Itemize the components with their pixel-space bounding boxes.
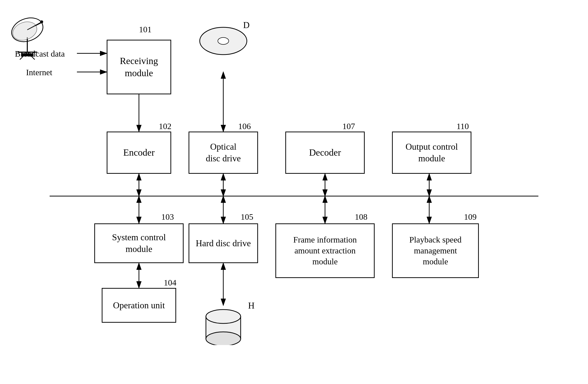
ref-105: 105 bbox=[241, 212, 253, 222]
diagram-arrows bbox=[0, 0, 588, 384]
operation-unit-box: Operation unit bbox=[102, 288, 176, 323]
ref-104: 104 bbox=[164, 278, 176, 287]
optical-disc-drive-box: Opticaldisc drive bbox=[189, 132, 258, 174]
svg-point-30 bbox=[206, 310, 241, 323]
ref-106: 106 bbox=[238, 122, 251, 131]
ref-107: 107 bbox=[342, 122, 355, 131]
hard-disc-drive-box: Hard disc drive bbox=[189, 223, 258, 263]
playback-speed-box: Playback speedmanagementmodule bbox=[392, 223, 479, 278]
hdd-label: H bbox=[248, 300, 255, 311]
ref-103: 103 bbox=[161, 212, 174, 222]
svg-point-31 bbox=[206, 332, 241, 345]
ref-109: 109 bbox=[464, 212, 477, 222]
system-control-box: System controlmodule bbox=[94, 223, 184, 263]
svg-point-28 bbox=[218, 37, 229, 44]
encoder-box: Encoder bbox=[107, 132, 171, 174]
ref-110: 110 bbox=[457, 122, 469, 131]
receiving-module-box: Receivingmodule bbox=[107, 40, 171, 94]
ref-101: 101 bbox=[139, 25, 152, 34]
internet-label: Internet bbox=[26, 68, 52, 77]
decoder-box: Decoder bbox=[285, 132, 365, 174]
ref-102: 102 bbox=[159, 122, 171, 131]
disk-label: D bbox=[243, 20, 250, 30]
optical-disk-icon bbox=[198, 25, 248, 57]
svg-point-24 bbox=[10, 19, 39, 43]
frame-info-box: Frame informationamount extractionmodule bbox=[275, 223, 375, 278]
output-control-box: Output controlmodule bbox=[392, 132, 471, 174]
hdd-cylinder-icon bbox=[203, 305, 243, 345]
ref-108: 108 bbox=[355, 212, 367, 222]
diagram-container: Broadcast data Internet Receivingmodule … bbox=[0, 0, 588, 384]
broadcast-data-label: Broadcast data bbox=[15, 49, 65, 59]
